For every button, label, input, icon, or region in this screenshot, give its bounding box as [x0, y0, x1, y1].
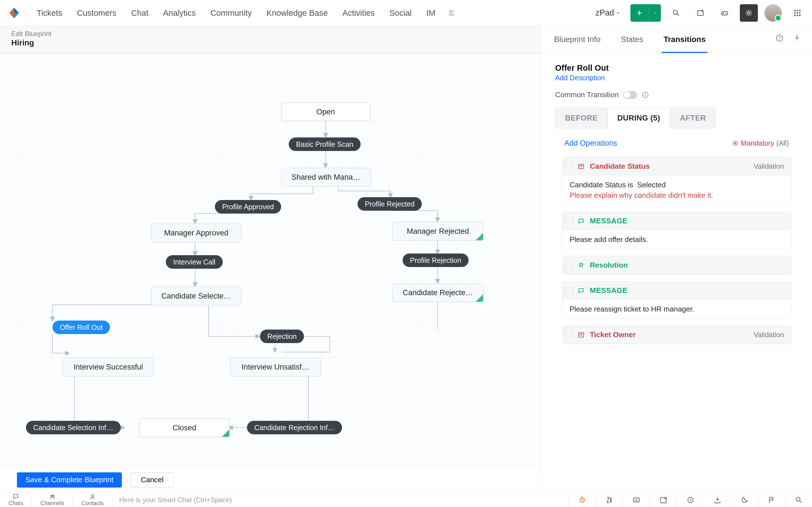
op-message-2[interactable]: ⋮⋮ MESSAGE Please reassign ticket to HR … — [562, 281, 791, 319]
op-warning: Please explain why candidate didn't make… — [569, 191, 783, 200]
chatbar-chats[interactable]: Chats — [0, 493, 32, 507]
blueprint-canvas[interactable]: Open Basic Profile Scan Shared with Mana… — [0, 54, 541, 492]
op-resolution[interactable]: ⋮⋮ Resolution — [562, 256, 791, 275]
drag-handle-icon[interactable]: ⋮⋮ — [566, 286, 572, 295]
tab-states[interactable]: States — [619, 35, 645, 53]
message-icon — [577, 217, 585, 225]
drag-handle-icon[interactable]: ⋮⋮ — [566, 261, 572, 270]
save-bar: Save & Complete Blueprint Cancel — [0, 467, 541, 492]
state-candidate-rejected[interactable]: Candidate Rejecte… — [393, 283, 483, 302]
state-open[interactable]: Open — [282, 103, 370, 121]
svg-rect-13 — [797, 12, 798, 13]
nav-knowledge-base[interactable]: Knowledge Base — [259, 0, 335, 26]
chatbar-channels[interactable]: Channels — [32, 493, 73, 507]
state-interview-unsatisfied[interactable]: Interview Unsatisf… — [230, 358, 321, 376]
nav-analytics[interactable]: Analytics — [156, 0, 203, 26]
brand-logo[interactable] — [3, 4, 26, 21]
add-operations-link[interactable]: Add Operations — [564, 139, 617, 148]
transition-profile-approved[interactable]: Profile Approved — [215, 200, 281, 214]
transition-basic-profile-scan[interactable]: Basic Profile Scan — [289, 137, 361, 151]
svg-point-5 — [702, 10, 704, 12]
svg-rect-16 — [797, 15, 798, 16]
nav-community[interactable]: Community — [203, 0, 259, 26]
add-description-link[interactable]: Add Description — [555, 74, 798, 82]
settings-icon[interactable] — [740, 4, 758, 22]
state-interview-successful[interactable]: Interview Successful — [63, 358, 154, 376]
org-name: zPad — [596, 8, 614, 17]
clock-icon[interactable] — [677, 493, 704, 507]
nav-chat[interactable]: Chat — [124, 0, 156, 26]
svg-marker-2 — [14, 13, 19, 18]
phase-during[interactable]: DURING (5) — [608, 108, 670, 128]
nav-activities[interactable]: Activities — [335, 0, 382, 26]
state-shared-with-manager[interactable]: Shared with Mana… — [282, 168, 370, 186]
flag-icon[interactable] — [758, 493, 785, 507]
common-transition-label: Common Transition — [555, 91, 619, 99]
pin-icon[interactable] — [794, 34, 801, 42]
add-button-caret[interactable] — [649, 4, 661, 22]
state-manager-rejected[interactable]: Manager Rejected — [393, 222, 483, 240]
import-icon[interactable] — [704, 493, 731, 507]
cancel-button[interactable]: Cancel — [130, 472, 174, 488]
phase-after[interactable]: AFTER — [670, 108, 716, 128]
state-closed[interactable]: Closed — [139, 418, 230, 437]
svg-rect-15 — [794, 15, 796, 16]
keyboard-icon[interactable] — [622, 493, 650, 507]
timer-icon[interactable] — [568, 493, 596, 507]
state-manager-approved[interactable]: Manager Approved — [151, 224, 241, 242]
apps-grid-icon[interactable] — [788, 4, 806, 22]
op-body: Please reassign ticket to HR manager. — [562, 300, 791, 319]
transition-title: Offer Roll Out — [555, 63, 798, 73]
page-title: Hiring — [11, 38, 541, 47]
org-picker[interactable]: zPad — [592, 8, 624, 17]
common-transition-toggle[interactable] — [623, 91, 637, 99]
transition-candidate-selection-info[interactable]: Candidate Selection Inf… — [26, 421, 121, 434]
transition-offer-roll-out[interactable]: Offer Roll Out — [52, 321, 110, 334]
breadcrumb: Edit Blueprint Hiring — [0, 26, 541, 54]
search-icon[interactable] — [667, 4, 685, 22]
smart-chat-input[interactable]: Here is your Smart Chat (Ctrl+Space) — [112, 493, 568, 507]
svg-point-3 — [673, 10, 677, 14]
nav-social[interactable]: Social — [382, 0, 419, 26]
state-candidate-selected[interactable]: Candidate Selecte… — [151, 287, 241, 305]
svg-rect-6 — [721, 11, 728, 15]
transition-profile-rejection[interactable]: Profile Rejection — [403, 253, 469, 267]
nav-im[interactable]: IM — [419, 0, 443, 26]
help-icon[interactable]: ? — [775, 34, 784, 42]
op-name: Resolution — [590, 261, 627, 270]
notifications-icon[interactable] — [691, 4, 709, 22]
tab-blueprint-info[interactable]: Blueprint Info — [552, 35, 602, 53]
mandatory-indicator: Mandatory (All) — [732, 139, 789, 147]
op-ticket-owner[interactable]: ⋮⋮ Ticket Owner Validation — [562, 326, 791, 344]
drag-handle-icon[interactable]: ⋮⋮ — [566, 330, 572, 339]
op-message-1[interactable]: ⋮⋮ MESSAGE Please add offer details. — [562, 212, 791, 249]
theme-icon[interactable] — [731, 493, 758, 507]
save-blueprint-button[interactable]: Save & Complete Blueprint — [17, 472, 122, 488]
form-field-icon — [577, 331, 585, 339]
transition-profile-rejected[interactable]: Profile Rejected — [357, 197, 422, 211]
svg-text:?: ? — [778, 35, 781, 41]
user-avatar[interactable] — [764, 4, 782, 22]
phase-before[interactable]: BEFORE — [555, 108, 608, 128]
op-line: Candidate Status is Selected — [569, 180, 666, 189]
transition-rejection[interactable]: Rejection — [260, 330, 304, 343]
drag-handle-icon[interactable]: ⋮⋮ — [566, 217, 572, 225]
svg-rect-21 — [645, 94, 646, 96]
svg-point-29 — [92, 494, 94, 496]
op-name: Candidate Status — [590, 162, 650, 171]
gamification-icon[interactable] — [716, 4, 733, 22]
add-button[interactable]: + — [630, 4, 649, 22]
drag-handle-icon[interactable]: ⋮⋮ — [566, 162, 572, 171]
op-candidate-status[interactable]: ⋮⋮ Candidate Status Validation Candidate… — [562, 157, 791, 205]
nav-overflow-icon[interactable] — [448, 9, 456, 17]
calendar-alert-icon[interactable] — [650, 493, 677, 507]
info-icon[interactable] — [642, 91, 649, 99]
transition-interview-call[interactable]: Interview Call — [166, 255, 223, 269]
tab-transitions[interactable]: Transitions — [662, 35, 707, 53]
search-footer-icon[interactable] — [785, 493, 812, 507]
transition-candidate-rejection-info[interactable]: Candidate Rejection Inf… — [247, 421, 342, 434]
nav-customers[interactable]: Customers — [70, 0, 124, 26]
chatbar-contacts[interactable]: Contacts — [73, 493, 112, 507]
zia-icon[interactable] — [596, 493, 622, 507]
nav-tickets[interactable]: Tickets — [29, 0, 70, 26]
